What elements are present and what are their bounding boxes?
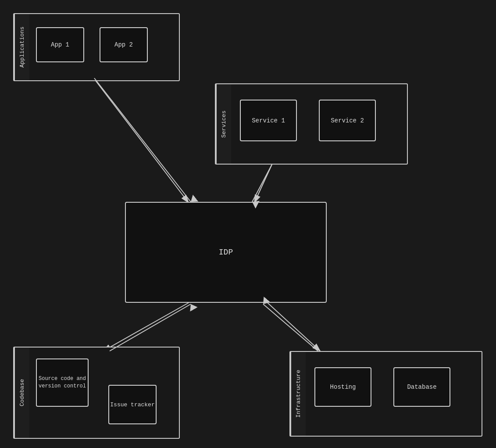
infrastructure-label: Infrastructure: [290, 352, 306, 436]
codebase-group: Codebase Source code and version control…: [13, 347, 180, 439]
arrow-apps-idp: [94, 78, 191, 202]
service2-label: Service 2: [331, 117, 364, 124]
service2-box: Service 2: [319, 100, 376, 141]
hosting-label: Hosting: [330, 383, 356, 391]
arrow-services-to-idp: [254, 165, 272, 203]
codebase-label: Codebase: [14, 348, 29, 438]
arrow-idp-to-codebase: [103, 303, 189, 351]
database-box: Database: [393, 367, 450, 407]
applications-label: Applications: [14, 14, 29, 80]
hosting-box: Hosting: [314, 367, 371, 407]
arrow-infra-idp: [263, 304, 318, 351]
arrow-services-idp: [252, 165, 272, 202]
arrow-codebase-idp: [110, 304, 191, 351]
app2-box: App 2: [100, 27, 148, 62]
app1-label: App 1: [51, 41, 69, 48]
idp-label: IDP: [219, 248, 233, 257]
services-group: Services Service 1 Service 2: [215, 83, 408, 165]
app2-label: App 2: [114, 41, 133, 48]
issue-tracker-box: Issue tracker: [108, 385, 157, 424]
applications-group: Applications App 1 App 2: [13, 13, 180, 81]
database-label: Database: [407, 383, 436, 391]
arrow-apps-to-idp: [94, 79, 189, 203]
issue-tracker-label: Issue tracker: [110, 401, 154, 408]
service1-label: Service 1: [252, 117, 285, 124]
idp-box: IDP: [125, 202, 327, 303]
source-code-box: Source code and version control: [36, 358, 89, 407]
services-label: Services: [216, 84, 231, 164]
app1-box: App 1: [36, 27, 84, 62]
service1-box: Service 1: [240, 100, 297, 141]
diagram-container: Applications App 1 App 2 Services Servic…: [0, 0, 496, 448]
arrow-idp-to-infra: [268, 303, 320, 351]
infrastructure-group: Infrastructure Hosting Database: [289, 351, 482, 437]
source-code-label: Source code and version control: [37, 375, 88, 390]
